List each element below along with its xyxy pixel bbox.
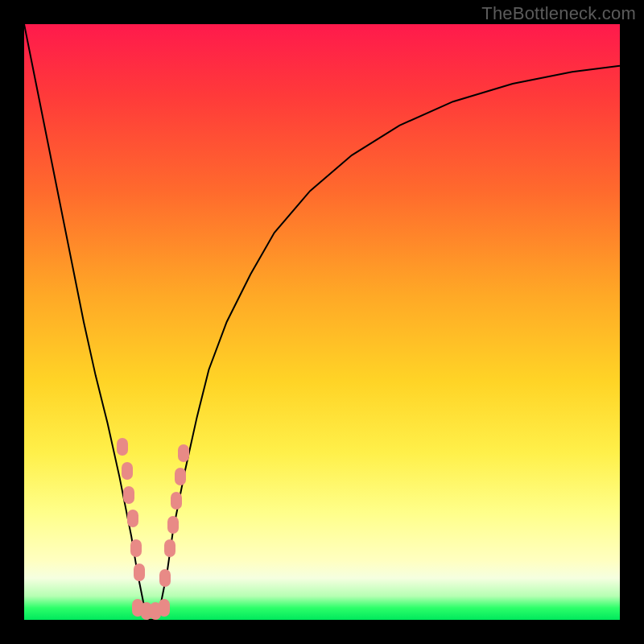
data-marker: [159, 569, 171, 587]
data-marker: [159, 599, 170, 617]
data-marker: [117, 438, 128, 456]
chart-frame: TheBottleneck.com: [0, 0, 644, 644]
data-marker: [127, 510, 138, 527]
data-marker: [178, 444, 189, 462]
data-marker: [134, 564, 145, 581]
plot-area: [24, 24, 620, 620]
data-marker: [164, 539, 175, 557]
watermark: TheBottleneck.com: [481, 3, 636, 24]
data-marker: [130, 539, 142, 557]
bottleneck-curve: [24, 24, 620, 620]
data-marker: [167, 516, 179, 534]
data-marker: [122, 462, 133, 480]
data-marker: [171, 492, 182, 510]
data-marker: [175, 468, 186, 485]
curve-layer: [24, 24, 620, 620]
data-marker: [123, 486, 134, 504]
